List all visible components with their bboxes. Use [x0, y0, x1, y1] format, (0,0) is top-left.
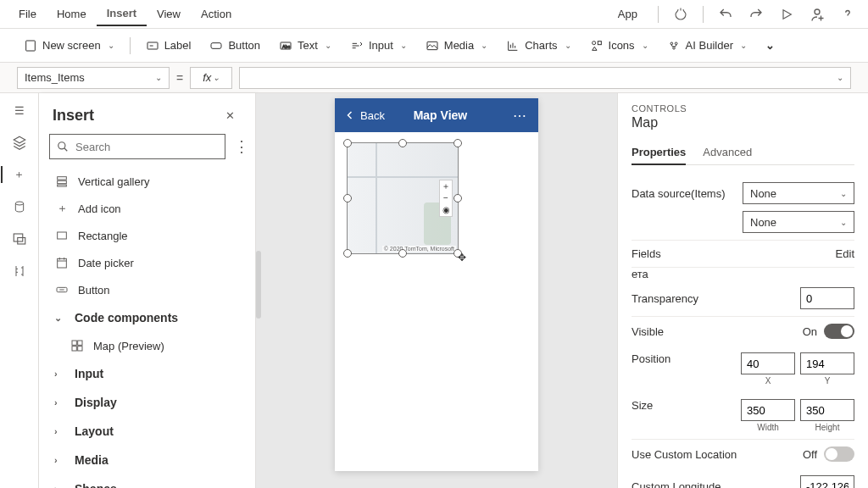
svg-rect-1 [26, 41, 36, 51]
more-icon[interactable]: ⋮ [231, 139, 253, 154]
prop-data-source: Data source(Items) None⌄ [632, 175, 854, 211]
close-icon[interactable]: ✕ [218, 103, 242, 127]
resize-handle[interactable] [398, 139, 407, 147]
app-more-icon[interactable]: ⋯ [513, 108, 528, 124]
chevron-left-icon [345, 110, 355, 120]
undo-icon[interactable] [714, 3, 737, 26]
play-icon[interactable] [775, 3, 798, 26]
app-checker-icon[interactable] [669, 3, 693, 26]
button-button[interactable]: Button [203, 36, 267, 56]
item-rectangle[interactable]: Rectangle [46, 222, 248, 249]
map-zoom-controls[interactable]: ＋−◉ [439, 180, 453, 217]
svg-rect-20 [58, 258, 67, 268]
menu-view[interactable]: View [147, 3, 191, 25]
menu-insert[interactable]: Insert [97, 2, 147, 26]
gallery-icon [54, 174, 70, 189]
data-source-dropdown[interactable]: None⌄ [743, 182, 854, 204]
control-name: Map [632, 115, 854, 130]
calendar-icon [54, 255, 70, 270]
ai-builder-label: AI Builder [686, 39, 733, 52]
item-input[interactable]: ›Input [46, 359, 248, 388]
transparency-input[interactable] [800, 287, 854, 309]
tab-advanced[interactable]: Advanced [703, 141, 752, 164]
item-map-preview[interactable]: Map (Preview) [46, 332, 248, 359]
chevron-down-icon: ⌄ [837, 73, 843, 82]
menu-action[interactable]: Action [191, 3, 242, 25]
edit-fields-link[interactable]: Edit [836, 247, 854, 260]
data-source-dropdown-2[interactable]: None⌄ [743, 211, 854, 233]
data-icon[interactable] [11, 198, 28, 215]
chevron-right-icon: › [54, 397, 66, 408]
layers-icon[interactable] [11, 134, 28, 151]
input-button[interactable]: Input⌄ [343, 36, 414, 56]
search-field[interactable] [75, 141, 218, 153]
menu-app[interactable]: App [608, 3, 648, 25]
search-input[interactable] [49, 134, 225, 159]
ai-builder-button[interactable]: AI Builder⌄ [660, 36, 754, 56]
resize-handle[interactable] [453, 139, 462, 147]
resize-handle[interactable] [343, 139, 352, 147]
text-button[interactable]: Abc Text⌄ [272, 36, 338, 56]
visible-toggle[interactable] [824, 324, 854, 339]
text-label: Text [298, 39, 318, 52]
scrollbar[interactable] [256, 251, 261, 319]
item-add-icon[interactable]: ＋Add icon [46, 195, 248, 222]
label-button[interactable]: Label [139, 36, 198, 56]
equals-sign: = [176, 71, 183, 85]
menu-home[interactable]: Home [47, 3, 97, 25]
button-label: Button [228, 39, 260, 52]
formula-input[interactable]: ⌄ [239, 67, 851, 89]
charts-button[interactable]: Charts⌄ [499, 36, 577, 56]
resize-handle[interactable] [398, 249, 407, 258]
item-button[interactable]: Button [46, 276, 248, 303]
svg-rect-16 [58, 177, 67, 180]
property-selector-value: Items_Items [25, 71, 85, 84]
position-x-input[interactable] [741, 352, 795, 374]
svg-rect-17 [58, 180, 67, 183]
resize-handle[interactable] [453, 194, 462, 202]
prop-fields: Fields Edit [632, 241, 854, 268]
charts-label: Charts [525, 39, 557, 52]
item-shapes[interactable]: ›Shapes [46, 474, 248, 488]
item-vertical-gallery[interactable]: Vertical gallery [46, 168, 248, 195]
new-screen-button[interactable]: New screen⌄ [17, 36, 121, 56]
item-date-picker[interactable]: Date picker [46, 249, 248, 276]
prop-position: Position X Y [632, 346, 854, 392]
custom-location-toggle[interactable] [824, 446, 854, 462]
chevron-right-icon: › [54, 426, 66, 436]
insert-ribbon: New screen⌄ Label Button Abc Text⌄ Input… [0, 29, 868, 63]
media-button[interactable]: Media⌄ [419, 36, 494, 56]
ribbon-expand-icon[interactable]: ⌄ [759, 36, 782, 55]
share-icon[interactable] [805, 3, 829, 26]
menu-file[interactable]: File [8, 3, 47, 25]
tree-view-icon[interactable]: ☰ [11, 102, 28, 119]
item-display[interactable]: ›Display [46, 388, 248, 417]
svg-rect-3 [211, 42, 221, 48]
item-code-components[interactable]: ⌄Code components [46, 303, 248, 332]
tab-properties[interactable]: Properties [632, 141, 686, 165]
item-media[interactable]: ›Media [46, 446, 248, 474]
fx-button[interactable]: fx⌄ [190, 67, 232, 89]
height-input[interactable] [800, 399, 854, 421]
map-icon [70, 338, 85, 353]
icons-button[interactable]: Icons⌄ [583, 36, 655, 56]
insert-rail-icon[interactable]: ＋ [1, 166, 28, 183]
chevron-right-icon: › [54, 369, 66, 379]
custom-longitude-input[interactable] [800, 475, 854, 488]
resize-handle[interactable] [343, 249, 352, 258]
property-selector[interactable]: Items_Items ⌄ [17, 67, 170, 89]
new-screen-label: New screen [42, 39, 101, 52]
width-input[interactable] [741, 399, 795, 421]
item-layout[interactable]: ›Layout [46, 417, 248, 446]
prop-visible: Visible On [632, 317, 854, 346]
position-y-input[interactable] [800, 352, 854, 374]
media-rail-icon[interactable] [11, 230, 28, 247]
redo-icon[interactable] [744, 3, 768, 26]
map-control-selected[interactable]: ＋−◉ © 2020 TomTom, Microsoft ✥ [347, 142, 459, 254]
help-icon[interactable] [836, 3, 860, 26]
tools-icon[interactable] [11, 263, 28, 280]
media-label: Media [444, 39, 474, 52]
resize-handle[interactable] [343, 194, 352, 202]
prop-size: Size Width Height [632, 392, 854, 440]
canvas[interactable]: Back Map View ⋯ ＋−◉ © 2020 TomTom, Micro… [256, 93, 617, 488]
